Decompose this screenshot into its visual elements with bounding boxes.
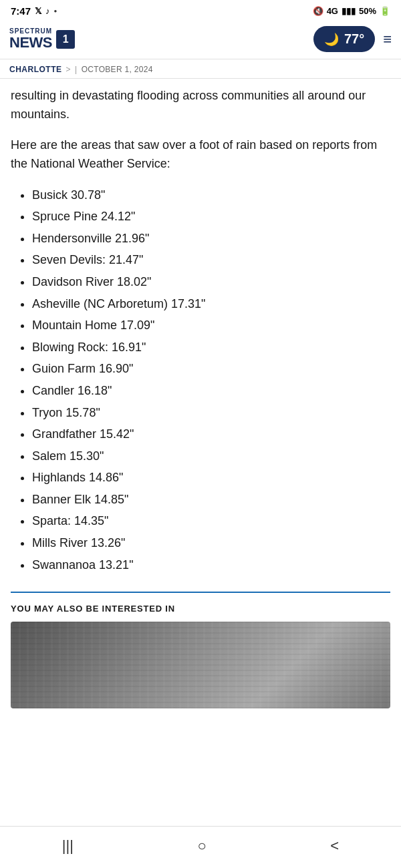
rainfall-list-item: Highlands 14.86" bbox=[32, 467, 390, 489]
rainfall-list-item: Hendersonville 21.96" bbox=[32, 228, 390, 250]
logo-news: NEWS bbox=[9, 35, 52, 51]
rainfall-list-item: Guion Farm 16.90" bbox=[32, 358, 390, 380]
breadcrumb-date: OCTOBER 1, 2024 bbox=[82, 65, 153, 74]
weather-temp: 77° bbox=[344, 31, 364, 47]
tiktok-icon: ♪ bbox=[45, 6, 50, 16]
status-time: 7:47 bbox=[11, 5, 31, 17]
article-intro-text: resulting in devastating flooding across… bbox=[11, 87, 390, 124]
status-right: 🔇 4G ▮▮▮ 50% 🔋 bbox=[313, 6, 390, 16]
menu-button[interactable]: ≡ bbox=[383, 31, 392, 48]
rainfall-list-item: Busick 30.78" bbox=[32, 184, 390, 206]
rainfall-list-item: Mills River 13.26" bbox=[32, 532, 390, 554]
mute-icon: 🔇 bbox=[313, 6, 323, 16]
rainfall-list-item: Mountain Home 17.09" bbox=[32, 314, 390, 337]
rainfall-list-item: Seven Devils: 21.47" bbox=[32, 249, 390, 271]
breadcrumb: CHARLOTTE > | OCTOBER 1, 2024 bbox=[0, 59, 401, 79]
article-body-text: Here are the areas that saw over a foot … bbox=[11, 136, 390, 174]
rainfall-list-item: Tryon 15.78" bbox=[32, 402, 390, 424]
bottom-nav: ||| ○ < bbox=[0, 826, 401, 868]
status-left: 7:47 𝕏 ♪ ● bbox=[11, 5, 57, 17]
rainfall-list-item: Spruce Pine 24.12" bbox=[32, 206, 390, 228]
rainfall-list-item: Banner Elk 14.85" bbox=[32, 489, 390, 511]
signal-label: 4G bbox=[327, 6, 338, 16]
breadcrumb-chevron: > bbox=[66, 65, 72, 74]
breadcrumb-city[interactable]: CHARLOTTE bbox=[9, 65, 62, 74]
logo-area: SPECTRUM NEWS 1 bbox=[9, 27, 75, 51]
home-button[interactable]: ○ bbox=[184, 835, 220, 857]
weather-cloud-icon: 🌙 bbox=[324, 32, 339, 47]
related-image[interactable] bbox=[11, 622, 390, 708]
status-bar: 7:47 𝕏 ♪ ● 🔇 4G ▮▮▮ 50% 🔋 bbox=[0, 0, 401, 21]
rainfall-list-item: Salem 15.30" bbox=[32, 445, 390, 467]
prev-button[interactable]: < bbox=[317, 835, 352, 857]
header-right: 🌙 77° ≡ bbox=[313, 26, 392, 52]
rainfall-list-item: Blowing Rock: 16.91" bbox=[32, 337, 390, 359]
related-title: YOU MAY ALSO BE INTERESTED IN bbox=[11, 604, 390, 614]
weather-pill[interactable]: 🌙 77° bbox=[313, 26, 375, 52]
logo-text: SPECTRUM NEWS bbox=[9, 27, 52, 51]
breadcrumb-pipe: | bbox=[75, 65, 78, 74]
twitter-icon: 𝕏 bbox=[35, 6, 41, 16]
signal-bars-icon: ▮▮▮ bbox=[342, 6, 356, 16]
rainfall-list-item: Davidson River 18.02" bbox=[32, 271, 390, 293]
app-header: SPECTRUM NEWS 1 🌙 77° ≡ bbox=[0, 21, 401, 59]
back-button[interactable]: ||| bbox=[49, 835, 87, 857]
logo-badge: 1 bbox=[56, 30, 75, 49]
dot-indicator: ● bbox=[54, 8, 57, 14]
rainfall-list-item: Candler 16.18" bbox=[32, 380, 390, 402]
related-section: YOU MAY ALSO BE INTERESTED IN bbox=[0, 592, 401, 708]
rainfall-list-item: Swannanoa 13.21" bbox=[32, 554, 390, 576]
rainfall-list-item: Sparta: 14.35" bbox=[32, 510, 390, 532]
rainfall-list-item: Grandfather 15.42" bbox=[32, 423, 390, 445]
article-content: resulting in devastating flooding across… bbox=[0, 79, 401, 576]
battery-icon: 🔋 bbox=[380, 6, 390, 16]
battery-label: 50% bbox=[359, 6, 376, 16]
section-divider bbox=[11, 592, 390, 593]
rainfall-list-item: Asheville (NC Arboretum) 17.31" bbox=[32, 293, 390, 315]
rainfall-list: Busick 30.78"Spruce Pine 24.12"Henderson… bbox=[11, 184, 390, 576]
